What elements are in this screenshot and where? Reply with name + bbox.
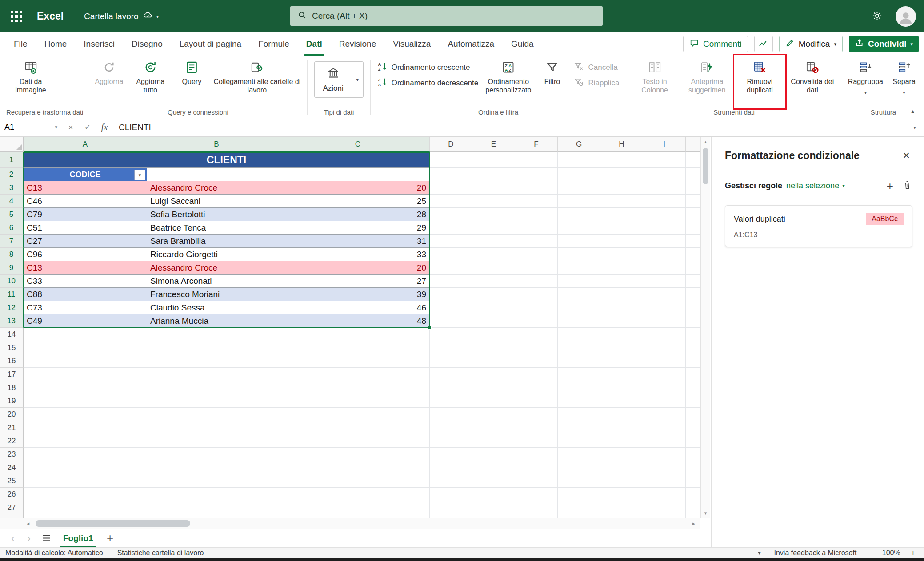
formula-input[interactable]: CLIENTI [113, 118, 905, 136]
cell-i3[interactable] [643, 181, 686, 195]
cell-b22[interactable] [147, 434, 286, 448]
cell-c15[interactable] [286, 341, 430, 354]
cell-blank17[interactable] [686, 368, 700, 381]
column-header-f[interactable]: F [515, 137, 558, 152]
cell-g17[interactable] [558, 368, 600, 381]
cell-f8[interactable] [515, 248, 558, 261]
cell-e22[interactable] [472, 434, 515, 448]
cell-h28[interactable] [600, 514, 643, 518]
cell-f18[interactable] [515, 381, 558, 394]
delete-rule-icon[interactable] [902, 180, 912, 192]
cell-c19[interactable] [286, 394, 430, 408]
cell-h12[interactable] [600, 301, 643, 314]
cell-blank20[interactable] [686, 408, 700, 421]
cell-b17[interactable] [147, 368, 286, 381]
rules-scope-dropdown[interactable]: nella selezione ▾ [786, 181, 845, 191]
cell-g10[interactable] [558, 275, 600, 288]
cell-h15[interactable] [600, 341, 643, 354]
cell-i27[interactable] [643, 501, 686, 514]
cell-a24[interactable] [24, 461, 147, 474]
cell-h18[interactable] [600, 381, 643, 394]
row-header-14[interactable]: 14 [0, 328, 24, 341]
cell-c4[interactable]: 25 [286, 195, 430, 208]
cell-blank4[interactable] [686, 195, 700, 208]
cell-i24[interactable] [643, 461, 686, 474]
share-button[interactable]: Condividi ▾ [849, 36, 919, 52]
row-header-6[interactable]: 6 [0, 221, 24, 235]
column-header-d[interactable]: D [430, 137, 472, 152]
cell-f19[interactable] [515, 394, 558, 408]
cell-b24[interactable] [147, 461, 286, 474]
cell-a9[interactable]: C13 [24, 261, 147, 275]
cell-d10[interactable] [430, 275, 472, 288]
cell-c8[interactable]: 33 [286, 248, 430, 261]
cell-h22[interactable] [600, 434, 643, 448]
cell-g22[interactable] [558, 434, 600, 448]
cell-b14[interactable] [147, 328, 286, 341]
cell-g14[interactable] [558, 328, 600, 341]
cell-b19[interactable] [147, 394, 286, 408]
sparkline-icon[interactable] [754, 36, 773, 52]
menu-tab-inserisci[interactable]: Inserisci [75, 32, 123, 56]
collapse-ribbon-icon[interactable]: ▴ [908, 107, 917, 115]
cell-f21[interactable] [515, 421, 558, 434]
menu-tab-dati[interactable]: Dati [298, 32, 331, 56]
ribbon-button-ordinamento-crescente[interactable]: AZOrdinamento crescente [374, 60, 482, 75]
zoom-out-icon[interactable]: − [867, 549, 871, 557]
app-launcher-button[interactable] [0, 0, 32, 32]
cell-blank6[interactable] [686, 221, 700, 235]
chevron-down-icon[interactable]: ▾ [352, 62, 363, 97]
cell-blank8[interactable] [686, 248, 700, 261]
cell-e25[interactable] [472, 474, 515, 488]
cell-a13[interactable]: C49 [24, 314, 147, 328]
menu-tab-disegno[interactable]: Disegno [123, 32, 171, 56]
cell-b7[interactable]: Sara Brambilla [147, 235, 286, 248]
cell-h11[interactable] [600, 288, 643, 301]
cell-c16[interactable] [286, 354, 430, 368]
cell-d8[interactable] [430, 248, 472, 261]
cell-f10[interactable] [515, 275, 558, 288]
document-title-button[interactable]: Cartella lavoro ▾ [81, 10, 162, 23]
name-box[interactable]: A1 ▾ [0, 118, 62, 136]
row-header-12[interactable]: 12 [0, 301, 24, 314]
cell-f2[interactable] [515, 168, 558, 181]
cell-a17[interactable] [24, 368, 147, 381]
cell-e9[interactable] [472, 261, 515, 275]
row-header-27[interactable]: 27 [0, 501, 24, 514]
cell-d1[interactable] [430, 152, 472, 168]
cell-i8[interactable] [643, 248, 686, 261]
cell-c11[interactable]: 39 [286, 288, 430, 301]
cell-b16[interactable] [147, 354, 286, 368]
cell-d22[interactable] [430, 434, 472, 448]
row-header-7[interactable]: 7 [0, 235, 24, 248]
column-header-i[interactable]: I [643, 137, 686, 152]
cell-d3[interactable] [430, 181, 472, 195]
cell-a20[interactable] [24, 408, 147, 421]
ribbon-button-convalida-dei-dati[interactable]: Convalida dei dati [786, 57, 839, 105]
cell-d25[interactable] [430, 474, 472, 488]
row-header-13[interactable]: 13 [0, 314, 24, 328]
cell-c10[interactable]: 27 [286, 275, 430, 288]
search-input[interactable]: Cerca (Alt + X) [290, 6, 603, 26]
cell-d11[interactable] [430, 288, 472, 301]
cell-h4[interactable] [600, 195, 643, 208]
cell-g5[interactable] [558, 208, 600, 221]
cell-c13[interactable]: 48 [286, 314, 430, 328]
workbook-statistics-button[interactable]: Statistiche cartella di lavoro [117, 549, 204, 557]
cell-i14[interactable] [643, 328, 686, 341]
cell-d2[interactable] [430, 168, 472, 181]
cell-a19[interactable] [24, 394, 147, 408]
cell-g11[interactable] [558, 288, 600, 301]
cell-e12[interactable] [472, 301, 515, 314]
cell-b11[interactable]: Francesco Moriani [147, 288, 286, 301]
cell-d28[interactable] [430, 514, 472, 518]
ribbon-dropdown-azioni[interactable]: Azioni▾ [314, 61, 363, 98]
row-header-18[interactable]: 18 [0, 381, 24, 394]
menu-tab-visualizza[interactable]: Visualizza [384, 32, 439, 56]
scroll-up-icon[interactable]: ▴ [701, 137, 710, 147]
cell-b4[interactable]: Luigi Saccani [147, 195, 286, 208]
cell-e8[interactable] [472, 248, 515, 261]
cell-c17[interactable] [286, 368, 430, 381]
cell-c7[interactable]: 31 [286, 235, 430, 248]
cell-blank9[interactable] [686, 261, 700, 275]
